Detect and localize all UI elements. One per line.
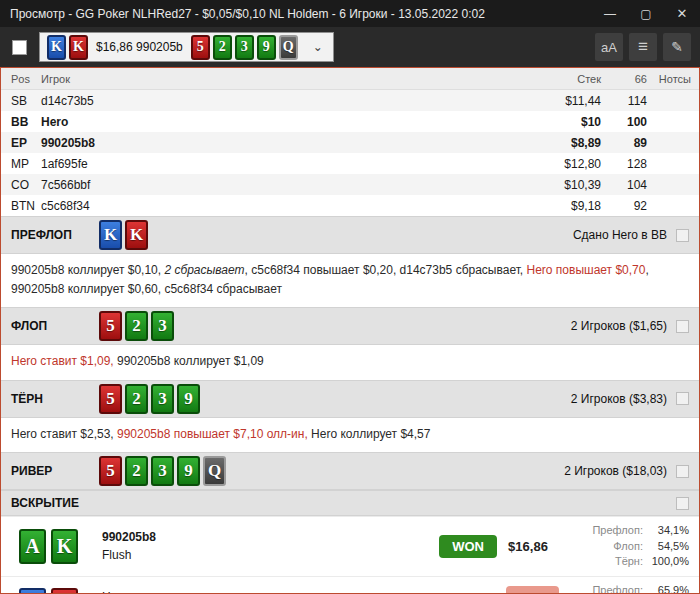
section-turn: ТЁРН 5 2 3 9 2 Игроков ($3,83): [1, 380, 699, 418]
section-info: 2 Игроков ($18,03): [564, 464, 667, 478]
section-info: 2 Игроков ($1,65): [571, 319, 667, 333]
players-table-header: Pos Игрок Стек 66 Нотсы: [1, 68, 699, 90]
header-player: Игрок: [41, 73, 511, 85]
river-checkbox[interactable]: [676, 465, 689, 478]
player-bb: 100: [601, 115, 647, 129]
card-icon: 3: [151, 384, 174, 414]
card-icon: 9: [177, 384, 200, 414]
card-icon: 9: [177, 456, 200, 486]
player-row[interactable]: SB d14c73b5 $11,44 114: [1, 90, 699, 111]
section-showdown: ВСКРЫТИЕ: [1, 490, 699, 516]
card-icon: K: [99, 220, 122, 250]
card-icon: Q: [203, 456, 226, 486]
showdown-checkbox[interactable]: [676, 497, 689, 510]
action-segment: Hero коллирует $4,57: [308, 427, 431, 441]
preflop-actions: 990205b8 коллирует $0,10, 2 сбрасывает, …: [1, 254, 699, 307]
turn-checkbox[interactable]: [676, 392, 689, 405]
card-icon: K: [51, 588, 78, 594]
window-title: Просмотр - GG Poker NLHRed27 - $0,05/$0,…: [0, 7, 592, 21]
hand-select-checkbox[interactable]: [12, 40, 27, 55]
board-card-icon: Q: [279, 35, 298, 60]
header-notes: Нотсы: [647, 73, 699, 85]
equity-label: Флоп:: [613, 539, 643, 554]
hand-summary-label: $16,86 990205b: [96, 40, 183, 54]
won-amount: $16,86: [497, 539, 559, 554]
card-icon: A: [19, 529, 46, 564]
showdown-row: A K 990205b8 Flush WON $16,86 Префлоп:34…: [1, 516, 699, 575]
card-icon: 3: [151, 456, 174, 486]
equity-label: Тёрн:: [615, 554, 643, 569]
player-bb: 104: [601, 178, 647, 192]
player-pos: MP: [1, 157, 41, 171]
card-icon: K: [51, 529, 78, 564]
minimize-button[interactable]: —: [592, 0, 628, 27]
section-label: ФЛОП: [11, 319, 99, 333]
equity-block: Префлоп:34,1% Флоп:54,5% Тёрн:100,0%: [563, 523, 689, 569]
player-pos: SB: [1, 94, 41, 108]
equity-value: 100,0%: [643, 554, 689, 569]
card-icon: 5: [99, 384, 122, 414]
player-bb: 128: [601, 157, 647, 171]
player-name: d14c73b5: [41, 94, 511, 108]
player-row[interactable]: CO 7c566bbf $10,39 104: [1, 174, 699, 195]
section-label: ВСКРЫТИЕ: [11, 496, 99, 510]
player-bb: 114: [601, 94, 647, 108]
list-view-button[interactable]: ≡: [629, 33, 657, 61]
card-icon: K: [125, 220, 148, 250]
action-segment: 990205b8 коллирует $0,10,: [11, 263, 164, 277]
close-button[interactable]: ✕: [664, 0, 700, 27]
player-stack: $10: [511, 115, 601, 129]
card-icon: 2: [125, 456, 148, 486]
player-bb: 89: [601, 136, 647, 150]
section-label: РИВЕР: [11, 464, 99, 478]
section-info: 2 Игроков ($3,83): [571, 392, 667, 406]
action-segment: 990205b8 коллирует $1,09: [114, 354, 264, 368]
player-stack: $12,80: [511, 157, 601, 171]
section-label: ПРЕФЛОП: [11, 228, 99, 242]
result-badge: WON: [439, 535, 497, 558]
player-stack: $8,89: [511, 136, 601, 150]
card-icon: 5: [99, 311, 122, 341]
maximize-button[interactable]: ▢: [628, 0, 664, 27]
flop-checkbox[interactable]: [676, 320, 689, 333]
card-icon: K: [19, 588, 46, 594]
card-icon: 2: [125, 311, 148, 341]
player-row[interactable]: EP 990205b8 $8,89 89: [1, 132, 699, 153]
board-card-icon: 9: [257, 35, 276, 60]
player-name: Hero: [41, 115, 511, 129]
action-segment: Hero ставит $2,53,: [11, 427, 117, 441]
result-badge: Lost: [506, 586, 559, 594]
hero-card-icon: K: [69, 35, 88, 60]
titlebar: Просмотр - GG Poker NLHRed27 - $0,05/$0,…: [0, 0, 700, 27]
player-pos: EP: [1, 136, 41, 150]
board-card-icon: 5: [191, 35, 210, 60]
edit-note-button[interactable]: ✎: [663, 33, 691, 61]
section-info: Сдано Hero в BB: [573, 228, 667, 242]
hero-cards: K K: [99, 220, 148, 250]
player-name: 7c566bbf: [41, 178, 511, 192]
equity-value: 65,9%: [643, 583, 689, 594]
preflop-checkbox[interactable]: [676, 229, 689, 242]
hand-selector-dropdown[interactable]: K K $16,86 990205b 5 2 3 9 Q ⌄: [39, 32, 334, 62]
equity-value: 54,5%: [643, 539, 689, 554]
player-hole-cards: K K: [19, 588, 78, 594]
board-card-icon: 3: [235, 35, 254, 60]
player-row[interactable]: BTN c5c68f34 $9,18 92: [1, 195, 699, 216]
equity-label: Префлоп:: [592, 523, 643, 538]
player-stack: $9,18: [511, 199, 601, 213]
chevron-down-icon: ⌄: [313, 40, 323, 54]
action-segment: Hero ставит $1,09,: [11, 354, 114, 368]
section-river: РИВЕР 5 2 3 9 Q 2 Игроков ($18,03): [1, 452, 699, 490]
player-pos: CO: [1, 178, 41, 192]
equity-block: Префлоп:65,9% Флоп:45,5% Тёрн:0,0%: [563, 583, 689, 594]
showdown-player-name: 990205b8: [102, 528, 156, 546]
showdown-row: K K Hero One Pair Lost mucks Префлоп:65,…: [1, 576, 699, 594]
player-pos: BTN: [1, 199, 41, 213]
action-segment: Hero повышает $0,70: [527, 263, 646, 277]
player-stack: $11,44: [511, 94, 601, 108]
player-row[interactable]: MP 1af695fe $12,80 128: [1, 153, 699, 174]
player-row[interactable]: BB Hero $10 100: [1, 111, 699, 132]
font-size-button[interactable]: aA: [595, 33, 623, 61]
action-segment: , c5c68f34 повышает $0,20, d14c73b5 сбра…: [245, 263, 527, 277]
flop-cards: 5 2 3: [99, 311, 174, 341]
